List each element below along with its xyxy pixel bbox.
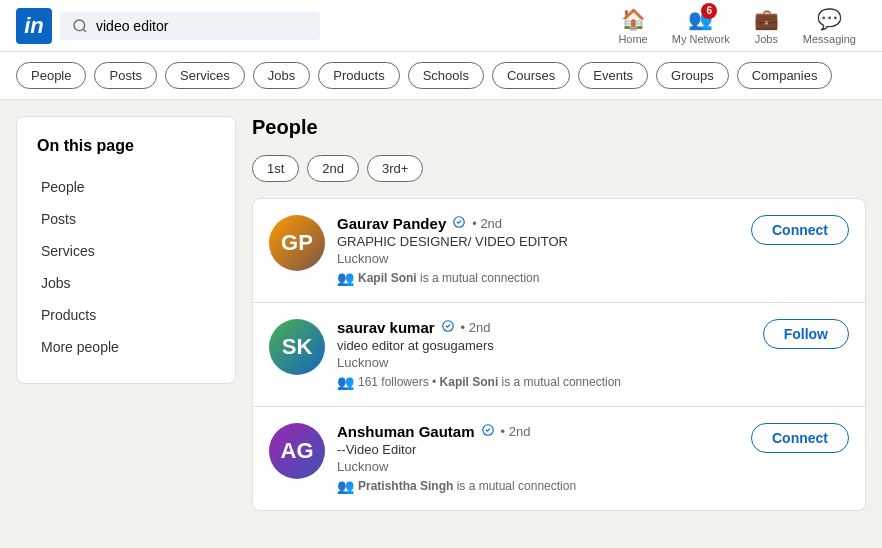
person-info-anshuman-gautam: Anshuman Gautam• 2nd--Video EditorLuckno… xyxy=(337,423,739,494)
person-card-anshuman-gautam: AGAnshuman Gautam• 2nd--Video EditorLuck… xyxy=(252,407,866,511)
degree-badge-anshuman-gautam: • 2nd xyxy=(501,424,531,439)
degree-filter-3rd+[interactable]: 3rd+ xyxy=(367,155,423,182)
nav-item-home[interactable]: 🏠 Home xyxy=(608,7,657,45)
connect-button-gaurav-pandey[interactable]: Connect xyxy=(751,215,849,245)
search-icon xyxy=(72,18,88,34)
home-icon: 🏠 xyxy=(621,7,646,31)
messaging-icon: 💬 xyxy=(817,7,842,31)
svg-point-0 xyxy=(74,20,85,31)
search-input[interactable] xyxy=(96,18,308,34)
filter-pill-groups[interactable]: Groups xyxy=(656,62,729,89)
filter-pill-jobs[interactable]: Jobs xyxy=(253,62,310,89)
person-name-gaurav-pandey[interactable]: Gaurav Pandey xyxy=(337,215,446,232)
network-badge: 6 xyxy=(701,3,717,19)
degree-badge-gaurav-pandey: • 2nd xyxy=(472,216,502,231)
person-title-gaurav-pandey: GRAPHIC DESIGNER/ VIDEO EDITOR xyxy=(337,234,739,249)
person-name-row-saurav-kumar: saurav kumar• 2nd xyxy=(337,319,751,336)
results-panel: People 1st2nd3rd+ GPGaurav Pandey• 2ndGR… xyxy=(252,116,866,511)
filter-pill-courses[interactable]: Courses xyxy=(492,62,570,89)
person-title-saurav-kumar: video editor at gosugamers xyxy=(337,338,751,353)
filter-pill-people[interactable]: People xyxy=(16,62,86,89)
mutual-connection-gaurav-pandey: 👥 Kapil Soni is a mutual connection xyxy=(337,270,739,286)
nav-messaging-label: Messaging xyxy=(803,33,856,45)
sidebar-item-people[interactable]: People xyxy=(37,171,215,203)
person-card-saurav-kumar: SKsaurav kumar• 2ndvideo editor at gosug… xyxy=(252,303,866,407)
nav-item-messaging[interactable]: 💬 Messaging xyxy=(793,7,866,45)
filter-pill-schools[interactable]: Schools xyxy=(408,62,484,89)
main-content: On this page PeoplePostsServicesJobsProd… xyxy=(0,100,882,527)
svg-line-1 xyxy=(83,29,86,32)
person-location-saurav-kumar: Lucknow xyxy=(337,355,751,370)
nav-home-label: Home xyxy=(618,33,647,45)
person-name-anshuman-gautam[interactable]: Anshuman Gautam xyxy=(337,423,475,440)
degree-filter-2nd[interactable]: 2nd xyxy=(307,155,359,182)
jobs-icon: 💼 xyxy=(754,7,779,31)
nav-item-jobs[interactable]: 💼 Jobs xyxy=(744,7,789,45)
search-bar xyxy=(60,12,320,40)
filter-pill-products[interactable]: Products xyxy=(318,62,399,89)
avatar-anshuman-gautam: AG xyxy=(269,423,325,479)
avatar-gaurav-pandey: GP xyxy=(269,215,325,271)
card-action-gaurav-pandey: Connect xyxy=(751,215,849,245)
mutual-icon: 👥 xyxy=(337,478,354,494)
header-nav: 🏠 Home 👥 6 My Network 💼 Jobs 💬 Messaging xyxy=(608,7,866,45)
person-name-row-gaurav-pandey: Gaurav Pandey• 2nd xyxy=(337,215,739,232)
network-icon: 👥 6 xyxy=(688,7,713,31)
follow-button-saurav-kumar[interactable]: Follow xyxy=(763,319,849,349)
person-card-gaurav-pandey: GPGaurav Pandey• 2ndGRAPHIC DESIGNER/ VI… xyxy=(252,198,866,303)
verified-icon-saurav-kumar xyxy=(441,319,455,336)
person-name-saurav-kumar[interactable]: saurav kumar xyxy=(337,319,435,336)
avatar-saurav-kumar: SK xyxy=(269,319,325,375)
person-location-gaurav-pandey: Lucknow xyxy=(337,251,739,266)
card-action-saurav-kumar: Follow xyxy=(763,319,849,349)
header: in 🏠 Home 👥 6 My Network 💼 Jobs 💬 M xyxy=(0,0,882,52)
person-name-row-anshuman-gautam: Anshuman Gautam• 2nd xyxy=(337,423,739,440)
sidebar: On this page PeoplePostsServicesJobsProd… xyxy=(16,116,236,384)
nav-item-my-network[interactable]: 👥 6 My Network xyxy=(662,7,740,45)
linkedin-logo[interactable]: in xyxy=(16,8,52,44)
filter-pill-posts[interactable]: Posts xyxy=(94,62,157,89)
sidebar-title: On this page xyxy=(37,137,215,155)
person-info-saurav-kumar: saurav kumar• 2ndvideo editor at gosugam… xyxy=(337,319,751,390)
person-location-anshuman-gautam: Lucknow xyxy=(337,459,739,474)
verified-icon-gaurav-pandey xyxy=(452,215,466,232)
sidebar-item-more-people[interactable]: More people xyxy=(37,331,215,363)
degree-badge-saurav-kumar: • 2nd xyxy=(461,320,491,335)
degree-filter-1st[interactable]: 1st xyxy=(252,155,299,182)
sidebar-item-products[interactable]: Products xyxy=(37,299,215,331)
sidebar-item-jobs[interactable]: Jobs xyxy=(37,267,215,299)
results-section-title: People xyxy=(252,116,866,143)
person-title-anshuman-gautam: --Video Editor xyxy=(337,442,739,457)
nav-network-label: My Network xyxy=(672,33,730,45)
filter-pill-events[interactable]: Events xyxy=(578,62,648,89)
mutual-icon: 👥 xyxy=(337,374,354,390)
degree-filters: 1st2nd3rd+ xyxy=(252,155,866,182)
filter-pill-services[interactable]: Services xyxy=(165,62,245,89)
mutual-connection-saurav-kumar: 👥 161 followers • Kapil Soni is a mutual… xyxy=(337,374,751,390)
people-list: GPGaurav Pandey• 2ndGRAPHIC DESIGNER/ VI… xyxy=(252,198,866,511)
mutual-connection-anshuman-gautam: 👥 Pratishtha Singh is a mutual connectio… xyxy=(337,478,739,494)
filter-pill-companies[interactable]: Companies xyxy=(737,62,833,89)
sidebar-item-services[interactable]: Services xyxy=(37,235,215,267)
nav-jobs-label: Jobs xyxy=(755,33,778,45)
connect-button-anshuman-gautam[interactable]: Connect xyxy=(751,423,849,453)
filter-bar: PeoplePostsServicesJobsProductsSchoolsCo… xyxy=(0,52,882,100)
person-info-gaurav-pandey: Gaurav Pandey• 2ndGRAPHIC DESIGNER/ VIDE… xyxy=(337,215,739,286)
sidebar-item-posts[interactable]: Posts xyxy=(37,203,215,235)
verified-icon-anshuman-gautam xyxy=(481,423,495,440)
card-action-anshuman-gautam: Connect xyxy=(751,423,849,453)
mutual-icon: 👥 xyxy=(337,270,354,286)
